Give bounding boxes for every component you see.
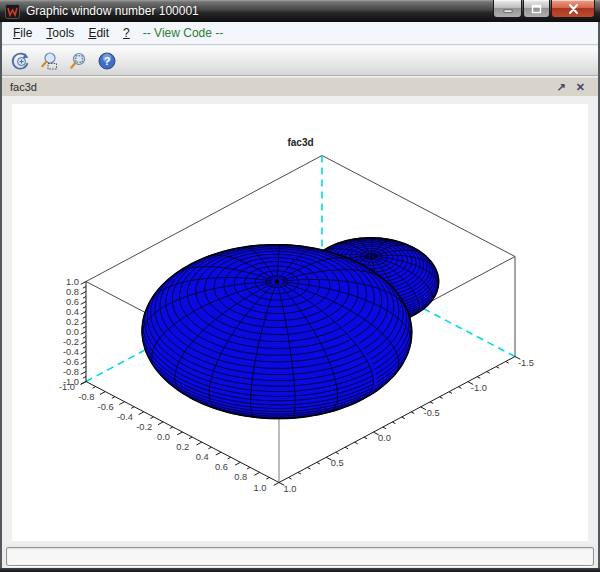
- status-bar: [2, 544, 598, 568]
- close-button[interactable]: [551, 0, 595, 18]
- svg-text:-0.2: -0.2: [136, 422, 152, 432]
- svg-text:1.0: 1.0: [254, 483, 267, 493]
- svg-text:0.8: 0.8: [234, 472, 247, 482]
- menu-file[interactable]: File: [6, 24, 39, 42]
- tab-label: fac3d: [10, 81, 552, 93]
- svg-text:-0.8: -0.8: [63, 367, 79, 377]
- zoom-area-button[interactable]: [37, 49, 61, 73]
- help-icon: ?: [98, 52, 116, 70]
- title-bar[interactable]: Graphic window number 100001: [0, 0, 600, 22]
- tab-close-icon[interactable]: ✕: [571, 81, 590, 94]
- svg-text:0.2: 0.2: [176, 442, 189, 452]
- menu-edit[interactable]: Edit: [81, 24, 116, 42]
- plot-area: -1.0-0.8-0.6-0.4-0.20.00.20.40.60.81.01.…: [2, 96, 598, 544]
- rotate-button[interactable]: [8, 49, 32, 73]
- scilab-app-icon: [5, 4, 20, 19]
- svg-text:0.6: 0.6: [66, 297, 79, 307]
- svg-text:0.4: 0.4: [66, 307, 79, 317]
- svg-text:-0.6: -0.6: [98, 402, 114, 412]
- svg-text:?: ?: [104, 55, 111, 67]
- window-frame-bottom: [0, 568, 600, 572]
- help-button[interactable]: ?: [95, 49, 119, 73]
- plot-title: fac3d: [287, 137, 313, 148]
- menu-view-code[interactable]: -- View Code --: [137, 24, 229, 42]
- close-icon: [568, 4, 579, 14]
- zoom-area-icon: [39, 51, 59, 71]
- figure-tab-bar: fac3d ↗ ✕: [2, 77, 598, 96]
- tool-bar: ?: [2, 46, 598, 76]
- svg-text:0.0: 0.0: [66, 327, 79, 337]
- svg-text:0.0: 0.0: [157, 432, 170, 442]
- maximize-icon: [531, 4, 542, 14]
- svg-text:-0.5: -0.5: [424, 408, 440, 418]
- svg-text:1.0: 1.0: [66, 277, 79, 287]
- unzoom-icon: [68, 51, 88, 71]
- window-frame-left: [0, 20, 2, 572]
- svg-text:-0.8: -0.8: [78, 392, 94, 402]
- rotate-icon: [10, 51, 30, 71]
- svg-text:0.0: 0.0: [378, 433, 391, 443]
- undock-icon[interactable]: ↗: [552, 81, 571, 94]
- graphic-window: Graphic window number 100001 File: [0, 0, 600, 572]
- svg-text:-0.4: -0.4: [117, 412, 133, 422]
- svg-text:-0.2: -0.2: [63, 337, 79, 347]
- status-message: [6, 547, 594, 566]
- svg-text:0.5: 0.5: [331, 458, 344, 468]
- large-sphere: [142, 245, 412, 419]
- svg-text:0.2: 0.2: [66, 317, 79, 327]
- maximize-button[interactable]: [523, 0, 550, 18]
- menu-tools[interactable]: Tools: [39, 24, 81, 42]
- svg-text:-0.6: -0.6: [63, 357, 79, 367]
- svg-text:0.6: 0.6: [215, 462, 228, 472]
- unzoom-button[interactable]: [66, 49, 90, 73]
- plot-canvas[interactable]: -1.0-0.8-0.6-0.4-0.20.00.20.40.60.81.01.…: [12, 104, 588, 541]
- window-title: Graphic window number 100001: [26, 4, 199, 18]
- svg-text:-1.0: -1.0: [471, 383, 487, 393]
- svg-text:-1.0: -1.0: [63, 377, 79, 387]
- menu-bar: File Tools Edit ? -- View Code --: [2, 22, 598, 45]
- svg-text:1.0: 1.0: [284, 484, 297, 494]
- svg-text:0.4: 0.4: [196, 452, 209, 462]
- svg-text:-0.4: -0.4: [63, 347, 79, 357]
- menu-help[interactable]: ?: [116, 24, 137, 42]
- svg-text:0.8: 0.8: [66, 287, 79, 297]
- minimize-button[interactable]: [493, 0, 522, 18]
- minimize-icon: [503, 4, 513, 13]
- svg-text:-1.5: -1.5: [518, 358, 534, 368]
- figure-canvas[interactable]: -1.0-0.8-0.6-0.4-0.20.00.20.40.60.81.01.…: [12, 104, 588, 541]
